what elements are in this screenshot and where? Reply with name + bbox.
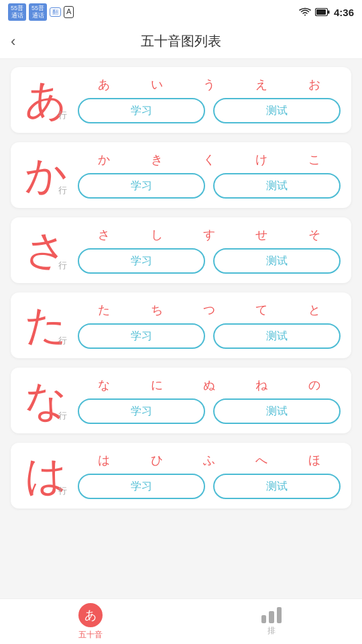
right-section-ta-row: たちつてと学习测试 — [78, 302, 341, 349]
kana-char: ぬ — [197, 377, 221, 393]
kana-char: て — [249, 302, 274, 318]
kana-char: ね — [249, 377, 274, 393]
big-kana-sa-row: さ行 — [21, 229, 70, 271]
kana-char: た — [92, 302, 116, 318]
svg-rect-2 — [328, 11, 330, 14]
svg-rect-1 — [316, 9, 326, 15]
gojuon-kana: あ — [84, 607, 97, 623]
right-section-na-row: なにぬねの学习测试 — [78, 377, 341, 424]
kana-char: あ — [92, 76, 116, 93]
study-button-ta-row[interactable]: 学习 — [78, 323, 205, 349]
kana-char: い — [145, 76, 169, 93]
kana-char: は — [92, 452, 116, 468]
btn-row-ha-row: 学习测试 — [78, 474, 341, 499]
row-label-ha-row: 行 — [58, 486, 67, 495]
right-section-ha-row: はひふへほ学习测试 — [78, 452, 341, 499]
nav-item-rank[interactable]: 排 — [181, 607, 362, 637]
kana-char: と — [302, 302, 326, 318]
status-badge-4: A — [64, 6, 74, 17]
back-button[interactable]: ‹ — [11, 33, 15, 50]
battery-icon — [315, 8, 330, 16]
kana-chars-ha-row: はひふへほ — [78, 452, 341, 468]
test-button-ha-row[interactable]: 测试 — [213, 474, 341, 499]
status-bar: 55普通话 55普通话 翻 A 4:36 — [0, 0, 362, 24]
right-section-sa-row: さしすせそ学习测试 — [78, 227, 341, 274]
kana-char: に — [145, 377, 169, 393]
status-left: 55普通话 55普通话 翻 A — [8, 3, 74, 21]
kana-chars-a-row: あいうえお — [78, 76, 341, 93]
test-button-a-row[interactable]: 测试 — [213, 98, 341, 123]
row-card-sa-row: さ行さしすせそ学习测试 — [11, 217, 351, 283]
btn-row-ka-row: 学习测试 — [78, 173, 341, 199]
big-kana-na-row: な行 — [21, 380, 70, 421]
rank-nav-label: 排 — [267, 625, 276, 637]
kana-char: ふ — [197, 452, 221, 468]
row-card-na-row: な行なにぬねの学习测试 — [11, 368, 351, 433]
kana-char: へ — [249, 452, 274, 468]
test-button-sa-row[interactable]: 测试 — [213, 248, 341, 274]
kana-chars-ka-row: かきくけこ — [78, 152, 341, 168]
study-button-na-row[interactable]: 学习 — [78, 398, 205, 424]
study-button-ka-row[interactable]: 学习 — [78, 173, 205, 199]
bottom-nav: あ 五十音 排 — [0, 598, 362, 644]
wifi-icon — [299, 7, 311, 17]
kana-char: き — [145, 152, 169, 168]
kana-char: ひ — [145, 452, 169, 468]
study-button-a-row[interactable]: 学习 — [78, 98, 205, 123]
kana-char: こ — [302, 152, 326, 168]
kana-chars-sa-row: さしすせそ — [78, 227, 341, 243]
kana-char: く — [197, 152, 221, 168]
kana-char: か — [92, 152, 116, 168]
row-label-sa-row: 行 — [58, 261, 67, 270]
kana-char: し — [145, 227, 169, 243]
kana-char: う — [197, 76, 221, 93]
gojuon-nav-icon: あ — [78, 603, 103, 627]
kana-char: つ — [197, 302, 221, 318]
status-badge-1: 55普通话 — [8, 3, 26, 21]
content-area: あ行あいうえお学习测试か行かきくけこ学习测试さ行さしすせそ学习测试た行たちつてと… — [0, 59, 362, 562]
btn-row-ta-row: 学习测试 — [78, 323, 341, 349]
big-kana-ta-row: た行 — [21, 305, 70, 346]
status-badge-3: 翻 — [50, 7, 61, 17]
row-card-ka-row: か行かきくけこ学习测试 — [11, 142, 351, 208]
nav-item-gojuon[interactable]: あ 五十音 — [0, 603, 181, 641]
status-right: 4:36 — [299, 7, 354, 18]
kana-char: お — [302, 76, 326, 93]
right-section-ka-row: かきくけこ学习测试 — [78, 152, 341, 199]
kana-char: せ — [249, 227, 274, 243]
study-button-sa-row[interactable]: 学习 — [78, 248, 205, 274]
gojuon-nav-label: 五十音 — [78, 629, 103, 641]
rank-icon — [261, 607, 282, 623]
kana-chars-na-row: なにぬねの — [78, 377, 341, 393]
row-card-a-row: あ行あいうえお学习测试 — [11, 67, 351, 133]
right-section-a-row: あいうえお学习测试 — [78, 76, 341, 123]
kana-char: の — [302, 377, 326, 393]
page-title: 五十音图列表 — [141, 32, 221, 50]
big-kana-a-row: あ行 — [21, 79, 70, 121]
kana-chars-ta-row: たちつてと — [78, 302, 341, 318]
big-kana-ka-row: か行 — [21, 154, 70, 196]
app-header: ‹ 五十音图列表 — [0, 24, 362, 59]
kana-char: そ — [302, 227, 326, 243]
kana-char: な — [92, 377, 116, 393]
row-label-a-row: 行 — [58, 111, 67, 119]
test-button-na-row[interactable]: 测试 — [213, 398, 341, 424]
status-badge-2: 55普通话 — [29, 3, 47, 21]
test-button-ka-row[interactable]: 测试 — [213, 173, 341, 199]
time-display: 4:36 — [334, 7, 354, 18]
btn-row-na-row: 学习测试 — [78, 398, 341, 424]
row-card-ta-row: た行たちつてと学习测试 — [11, 292, 351, 358]
kana-char: え — [249, 76, 274, 93]
kana-char: す — [197, 227, 221, 243]
kana-char: ち — [145, 302, 169, 318]
btn-row-sa-row: 学习测试 — [78, 248, 341, 274]
test-button-ta-row[interactable]: 测试 — [213, 323, 341, 349]
kana-char: さ — [92, 227, 116, 243]
study-button-ha-row[interactable]: 学习 — [78, 474, 205, 499]
kana-char: ほ — [302, 452, 326, 468]
row-label-na-row: 行 — [58, 411, 67, 420]
row-label-ka-row: 行 — [58, 186, 67, 195]
row-card-ha-row: は行はひふへほ学习测试 — [11, 443, 351, 508]
row-label-ta-row: 行 — [58, 336, 67, 345]
btn-row-a-row: 学习测试 — [78, 98, 341, 123]
